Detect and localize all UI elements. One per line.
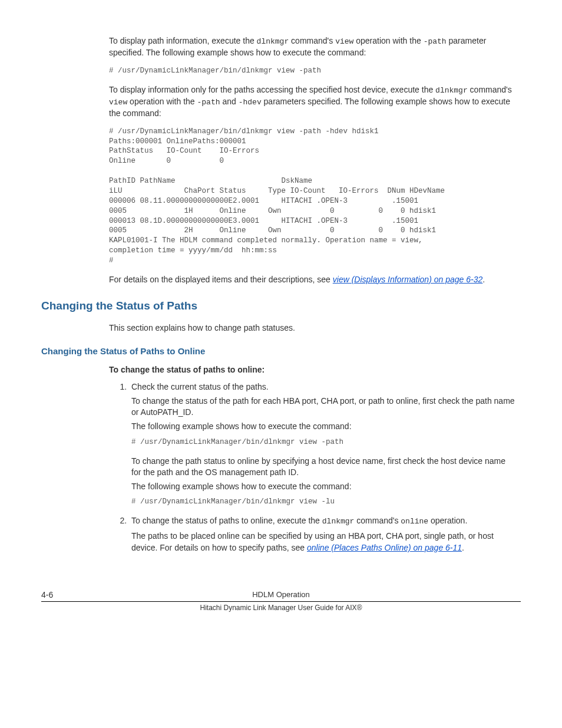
code-dlnkmgr: dlnkmgr — [257, 37, 289, 46]
bold-intro-to-online: To change the status of paths to online: — [109, 364, 515, 376]
code-hdev: -hdev — [239, 98, 262, 107]
paragraph-display-host-device: To display information only for the path… — [109, 84, 515, 120]
page-number: 4-6 — [41, 589, 53, 601]
ordered-list-steps: Check the current status of the paths. T… — [109, 381, 515, 554]
heading-changing-status-of-paths: Changing the Status of Paths — [41, 298, 521, 314]
link-online-places-paths[interactable]: online (Places Paths Online) on page 6-1… — [307, 543, 462, 552]
code-block-view-path-hdev: # /usr/DynamicLinkManager/bin/dlnkmgr vi… — [109, 127, 515, 266]
code-dlnkmgr: dlnkmgr — [435, 86, 468, 95]
heading-changing-status-to-online: Changing the Status of Paths to Online — [41, 345, 521, 357]
step1-detail-3: To change the path status to online by s… — [131, 456, 515, 479]
code-block-step1-view-path: # /usr/DynamicLinkManager/bin/dlnkmgr vi… — [131, 437, 515, 447]
paragraph-display-path-info: To display path information, execute the… — [109, 35, 515, 59]
paragraph-details-link: For details on the displayed items and t… — [109, 274, 515, 286]
code-path: -path — [197, 98, 220, 107]
paragraph-section-intro: This section explains how to change path… — [109, 322, 515, 334]
code-view: view — [109, 98, 127, 107]
list-item-step-2: To change the status of paths to online,… — [129, 515, 515, 554]
footer-subtitle: Hitachi Dynamic Link Manager User Guide … — [41, 603, 521, 613]
link-view-displays-information[interactable]: view (Displays Information) on page 6-32 — [333, 275, 482, 284]
page-footer: 4-6 HDLM Operation Hitachi Dynamic Link … — [41, 589, 521, 613]
step1-detail-2: The following example shows how to execu… — [131, 421, 515, 433]
code-block-view-path: # /usr/DynamicLinkManager/bin/dlnkmgr vi… — [109, 66, 515, 76]
footer-title: HDLM Operation — [252, 590, 310, 599]
step2-detail: The paths to be placed online can be spe… — [131, 531, 515, 554]
step1-detail-1: To change the status of the path for eac… — [131, 396, 515, 419]
code-path: -path — [424, 37, 447, 46]
code-view: view — [335, 37, 353, 46]
list-item-step-1: Check the current status of the paths. T… — [129, 381, 515, 507]
step1-detail-4: The following example shows how to execu… — [131, 481, 515, 493]
code-block-step1-view-lu: # /usr/DynamicLinkManager/bin/dlnkmgr vi… — [131, 497, 515, 507]
code-online: online — [401, 517, 428, 526]
code-dlnkmgr: dlnkmgr — [322, 517, 355, 526]
